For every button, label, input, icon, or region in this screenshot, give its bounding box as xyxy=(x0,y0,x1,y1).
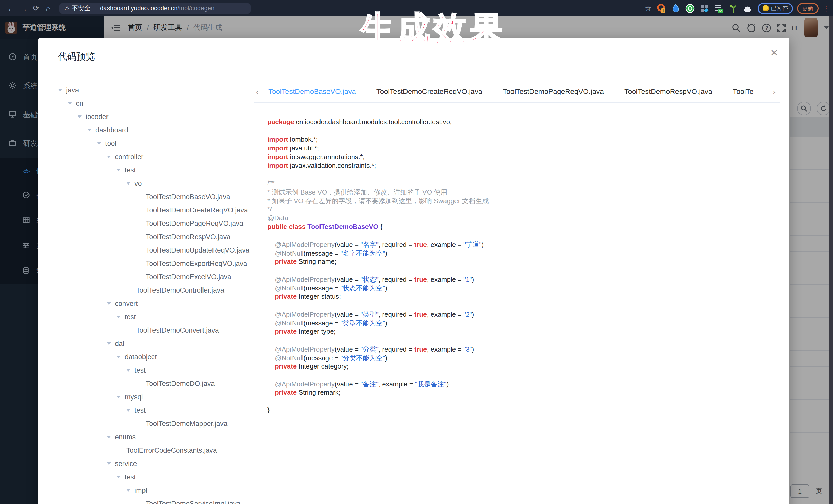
grid-extension-icon[interactable] xyxy=(699,3,709,13)
tree-node[interactable]: ToolTestDemoServiceImpl.java xyxy=(52,497,254,504)
tree-node[interactable]: ToolTestDemoConvert.java xyxy=(52,323,254,337)
tree-file-label: ToolTestDemoController.java xyxy=(136,286,224,294)
code-line: @ApiModelProperty(value = "类型", required… xyxy=(267,310,780,319)
tree-node[interactable]: ToolTestDemoRespVO.java xyxy=(52,230,254,243)
tree-node[interactable]: ToolTestDemoCreateReqVO.java xyxy=(52,203,254,217)
code-line: private String name; xyxy=(267,258,780,266)
tree-expand-icon[interactable] xyxy=(107,342,111,345)
orange-circle-extension-icon[interactable]: 1 xyxy=(657,3,666,13)
tree-node[interactable]: java xyxy=(52,83,254,96)
address-bar[interactable]: ⚠ 不安全 dashboard.yudao.iocoder.cn /tool/c… xyxy=(58,2,252,14)
tree-node[interactable]: test xyxy=(52,403,254,417)
tabs-prev-icon[interactable]: ‹ xyxy=(256,87,263,96)
code-line: */ xyxy=(267,205,780,214)
tree-node[interactable]: tool xyxy=(52,137,254,150)
code-line xyxy=(267,127,780,136)
tree-node[interactable]: dal xyxy=(52,337,254,350)
code-line: private Integer status; xyxy=(267,292,780,301)
tree-node[interactable]: impl xyxy=(52,483,254,497)
code-line: import java.util.*; xyxy=(267,144,780,153)
tab-4[interactable]: ToolTe xyxy=(733,80,754,102)
tree-node[interactable]: ToolTestDemoExcelVO.java xyxy=(52,270,254,283)
tab-2[interactable]: ToolTestDemoPageReqVO.java xyxy=(503,80,604,102)
tree-node[interactable]: mysql xyxy=(52,390,254,403)
puzzle-extensions-icon[interactable] xyxy=(743,3,753,13)
list-extension-icon[interactable]: on xyxy=(714,3,724,13)
dialog-title: 代码预览 xyxy=(58,50,95,63)
tree-node[interactable]: test xyxy=(52,470,254,483)
code-line: package cn.iocoder.dashboard.modules.too… xyxy=(267,118,780,127)
tree-expand-icon[interactable] xyxy=(97,142,101,144)
url-divider xyxy=(95,5,95,11)
tree-expand-icon[interactable] xyxy=(58,89,62,91)
tree-node[interactable]: ToolTestDemoExportReqVO.java xyxy=(52,257,254,270)
tree-expand-icon[interactable] xyxy=(107,462,111,465)
tree-expand-icon[interactable] xyxy=(87,128,91,131)
tree-expand-icon[interactable] xyxy=(117,169,121,171)
tree-folder-label: iocoder xyxy=(86,113,109,120)
tree-node[interactable]: dashboard xyxy=(52,123,254,137)
tabs-next-icon[interactable]: › xyxy=(773,81,780,103)
tree-file-label: ToolTestDemoConvert.java xyxy=(136,326,219,334)
tree-expand-icon[interactable] xyxy=(107,155,111,158)
tree-expand-icon[interactable] xyxy=(68,102,72,104)
paused-extension-pill[interactable]: 已暂停 xyxy=(758,3,793,14)
security-label[interactable]: 不安全 xyxy=(72,4,90,13)
tab-3[interactable]: ToolTestDemoRespVO.java xyxy=(624,80,712,102)
tree-file-label: ToolTestDemoPageReqVO.java xyxy=(146,219,243,227)
tree-folder-label: mysql xyxy=(125,393,143,401)
browser-reload-icon[interactable]: ⟳ xyxy=(30,4,42,13)
tree-expand-icon[interactable] xyxy=(107,302,111,305)
tree-node[interactable]: cn xyxy=(52,96,254,110)
tree-file-label: ToolTestDemoUpdateReqVO.java xyxy=(146,246,249,254)
tree-node[interactable]: iocoder xyxy=(52,110,254,123)
tree-node[interactable]: ToolTestDemoBaseVO.java xyxy=(52,190,254,203)
tree-expand-icon[interactable] xyxy=(117,476,121,478)
tree-node[interactable]: ToolTestDemoDO.java xyxy=(52,377,254,390)
tree-expand-icon[interactable] xyxy=(126,369,130,371)
blue-drop-extension-icon[interactable] xyxy=(671,3,681,13)
plant-extension-icon[interactable] xyxy=(728,3,738,13)
tree-node[interactable]: ToolTestDemoPageReqVO.java xyxy=(52,217,254,230)
chrome-update-button[interactable]: 更新 xyxy=(797,3,818,14)
tree-expand-icon[interactable] xyxy=(117,315,121,318)
tab-0[interactable]: ToolTestDemoBaseVO.java xyxy=(268,80,356,102)
tree-node[interactable]: dataobject xyxy=(52,350,254,363)
tab-1[interactable]: ToolTestDemoCreateReqVO.java xyxy=(377,80,482,102)
tree-node[interactable]: ToolTestDemoMapper.java xyxy=(52,417,254,430)
code-line: public class ToolTestDemoBaseVO { xyxy=(267,223,780,232)
tree-node[interactable]: ToolTestDemoUpdateReqVO.java xyxy=(52,243,254,257)
tree-node[interactable]: ToolErrorCodeConstants.java xyxy=(52,443,254,457)
tree-node[interactable]: test xyxy=(52,163,254,176)
tree-node[interactable]: convert xyxy=(52,297,254,310)
bookmark-star-icon[interactable]: ☆ xyxy=(645,4,651,12)
browser-menu-icon[interactable]: ⋮ xyxy=(823,4,828,12)
tree-expand-icon[interactable] xyxy=(126,182,130,185)
tree-node[interactable]: test xyxy=(52,310,254,323)
tree-expand-icon[interactable] xyxy=(77,115,81,118)
tree-node[interactable]: ToolTestDemoController.java xyxy=(52,283,254,297)
code-line: import javax.validation.constraints.*; xyxy=(267,162,780,170)
tree-folder-label: dal xyxy=(115,339,124,347)
tree-file-label: ToolTestDemoDO.java xyxy=(146,380,215,387)
code-line xyxy=(267,266,780,275)
svg-text:on: on xyxy=(719,9,722,13)
tree-node[interactable]: vo xyxy=(52,176,254,190)
tree-expand-icon[interactable] xyxy=(126,409,130,411)
browser-forward-icon[interactable]: → xyxy=(18,4,30,13)
green-circle-extension-icon[interactable] xyxy=(685,3,695,13)
tree-node[interactable]: service xyxy=(52,457,254,470)
code-line: import lombok.*; xyxy=(267,136,780,144)
tree-node[interactable]: controller xyxy=(52,150,254,163)
tree-folder-label: test xyxy=(135,406,146,414)
tree-node[interactable]: enums xyxy=(52,430,254,443)
tree-expand-icon[interactable] xyxy=(117,395,121,398)
browser-home-icon[interactable]: ⌂ xyxy=(42,4,54,13)
tree-expand-icon[interactable] xyxy=(117,355,121,358)
tree-expand-icon[interactable] xyxy=(107,435,111,438)
close-icon[interactable]: ✕ xyxy=(770,48,778,57)
browser-back-icon[interactable]: ← xyxy=(5,4,18,13)
tree-file-label: ToolErrorCodeConstants.java xyxy=(126,446,217,454)
tree-node[interactable]: test xyxy=(52,363,254,377)
tree-expand-icon[interactable] xyxy=(126,489,130,491)
